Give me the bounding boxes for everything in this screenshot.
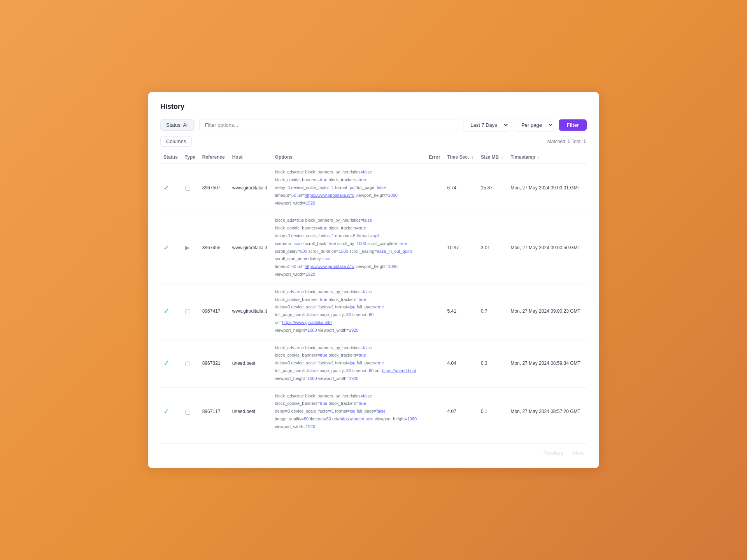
opt-key: block_ads= bbox=[275, 218, 297, 222]
opt-key: device_scale_factor= bbox=[291, 409, 331, 413]
opt-val: false bbox=[377, 185, 386, 190]
status-success-icon: ✓ bbox=[163, 184, 169, 192]
col-status[interactable]: Status bbox=[160, 151, 182, 163]
table-row: ✓▢8967417www.giroditalia.itblock_ads=tru… bbox=[160, 283, 587, 339]
cell-options: block_ads=true block_banners_by_heuristi… bbox=[272, 283, 426, 339]
opt-key: device_scale_factor= bbox=[291, 304, 331, 309]
col-options[interactable]: Options bbox=[272, 151, 426, 163]
options-line: delay=0 device_scale_factor=1 format=jpg… bbox=[275, 359, 423, 367]
opt-key: block_banners_by_heuristics= bbox=[305, 394, 363, 398]
columns-button[interactable]: Columns bbox=[160, 136, 192, 147]
col-reference[interactable]: Reference bbox=[199, 151, 229, 163]
opt-val: 0 bbox=[288, 304, 290, 309]
opt-val: 1080 bbox=[388, 264, 397, 269]
opt-key: viewport_height= bbox=[275, 376, 307, 381]
opt-val: 80 bbox=[304, 416, 309, 421]
options-line: delay=0 device_scale_factor=1 format=pdf… bbox=[275, 184, 423, 192]
opt-key: format= bbox=[335, 185, 350, 190]
opt-key: delay= bbox=[275, 409, 288, 413]
opt-url: https://uneed.best bbox=[340, 416, 374, 421]
cell-size-mb: 0.7 bbox=[478, 283, 507, 339]
opt-val: true bbox=[320, 353, 327, 357]
opt-key: block_cookie_banners= bbox=[275, 297, 320, 302]
options-line: scroll_delay=500 scroll_duration=1500 sc… bbox=[275, 248, 423, 263]
previous-button[interactable]: Previous bbox=[540, 448, 566, 457]
cell-options: block_ads=true block_banners_by_heuristi… bbox=[272, 212, 426, 283]
options-line: block_ads=true block_banners_by_heuristi… bbox=[275, 392, 423, 408]
cell-status: ✓ bbox=[160, 339, 182, 387]
per-page-select[interactable]: Per page bbox=[514, 119, 554, 131]
cell-time-sec: 6.74 bbox=[444, 163, 478, 212]
opt-key: viewport_height= bbox=[356, 193, 388, 198]
opt-val: pdf bbox=[350, 185, 356, 190]
cell-timestamp: Mon, 27 May 2024 09:03:01 GMT bbox=[507, 163, 587, 212]
cell-reference: 8967455 bbox=[199, 212, 229, 283]
opt-val: 1 bbox=[331, 360, 334, 365]
opt-key: url= bbox=[297, 193, 305, 198]
opt-key: url= bbox=[275, 320, 282, 325]
filter-button[interactable]: Filter bbox=[559, 119, 587, 131]
opt-key: scenario= bbox=[275, 241, 294, 246]
sort-size-icon: ↕ bbox=[501, 155, 503, 159]
opt-val: 60 bbox=[326, 416, 331, 421]
cell-timestamp: Mon, 27 May 2024 09:00:23 GMT bbox=[507, 283, 587, 339]
opt-key: device_scale_factor= bbox=[291, 185, 331, 190]
opt-val: true bbox=[359, 226, 366, 230]
opt-val: true bbox=[297, 218, 304, 222]
opt-key: block_cookie_banners= bbox=[275, 353, 320, 357]
col-type[interactable]: Type bbox=[182, 151, 199, 163]
cell-host: uneed.best bbox=[229, 339, 272, 387]
opt-key: scroll_delay= bbox=[275, 249, 300, 254]
opt-key: timeout= bbox=[310, 416, 326, 421]
cell-options: block_ads=true block_banners_by_heuristi… bbox=[272, 339, 426, 387]
opt-val: true bbox=[359, 177, 366, 182]
options-line: block_ads=true block_banners_by_heuristi… bbox=[275, 168, 423, 184]
cell-error bbox=[426, 387, 444, 435]
col-host[interactable]: Host bbox=[229, 151, 272, 163]
opt-url: https://uneed.best bbox=[382, 368, 416, 373]
next-button[interactable]: Next bbox=[570, 448, 587, 457]
col-time-sec[interactable]: Time Sec. ↕ bbox=[444, 151, 478, 163]
opt-val: true bbox=[297, 345, 304, 350]
opt-key: block_banners_by_heuristics= bbox=[305, 345, 363, 350]
options-line: viewport_height=1080 viewport_width=1920 bbox=[275, 375, 423, 383]
cell-size-mb: 0.1 bbox=[478, 387, 507, 435]
table-row: ✓▢8967117uneed.bestblock_ads=true block_… bbox=[160, 387, 587, 435]
opt-val: 500 bbox=[300, 249, 307, 254]
options-line: timeout=60 url=https://www.giroditalia.i… bbox=[275, 263, 423, 278]
cell-host: www.giroditalia.it bbox=[229, 163, 272, 212]
col-error[interactable]: Error bbox=[426, 151, 444, 163]
opt-key: block_banners_by_heuristics= bbox=[305, 218, 363, 222]
opt-key: scroll_back= bbox=[305, 241, 328, 246]
status-success-icon: ✓ bbox=[163, 359, 169, 367]
toolbar-bottom: Columns Matched: 5 Total: 5 bbox=[160, 136, 587, 150]
date-range-select[interactable]: Last 7 Days bbox=[463, 119, 509, 131]
opt-key: timeout= bbox=[352, 312, 369, 317]
opt-val: jpg bbox=[350, 409, 356, 413]
opt-val: false bbox=[377, 409, 386, 413]
opt-key: block_banners_by_heuristics= bbox=[305, 170, 363, 174]
col-size-mb[interactable]: Size MB ↕ bbox=[478, 151, 507, 163]
table-row: ✓▶8967455www.giroditalia.itblock_ads=tru… bbox=[160, 212, 587, 283]
opt-key: viewport_height= bbox=[356, 264, 388, 269]
status-success-icon: ✓ bbox=[163, 244, 169, 252]
opt-val: 1920 bbox=[306, 424, 315, 429]
status-filter[interactable]: Status: All bbox=[160, 119, 195, 131]
opt-key: format= bbox=[335, 409, 350, 413]
opt-val: false bbox=[363, 289, 372, 294]
opt-val: jpg bbox=[350, 304, 356, 309]
opt-val: true bbox=[377, 360, 384, 365]
opt-val: false bbox=[307, 312, 316, 317]
cell-status: ✓ bbox=[160, 212, 182, 283]
opt-key: viewport_width= bbox=[318, 328, 349, 332]
col-timestamp[interactable]: Timestamp ↕ bbox=[507, 151, 587, 163]
opt-val: 0 bbox=[288, 233, 290, 238]
opt-val: true bbox=[359, 297, 366, 302]
cell-type: ▢ bbox=[182, 283, 199, 339]
opt-key: viewport_width= bbox=[318, 376, 349, 381]
filter-input[interactable] bbox=[199, 119, 458, 131]
opt-val: 0 bbox=[288, 360, 290, 365]
options-line: viewport_height=1080 viewport_width=1920 bbox=[275, 327, 423, 334]
opt-val: 1 bbox=[331, 304, 334, 309]
opt-val: 1000 bbox=[357, 241, 366, 246]
